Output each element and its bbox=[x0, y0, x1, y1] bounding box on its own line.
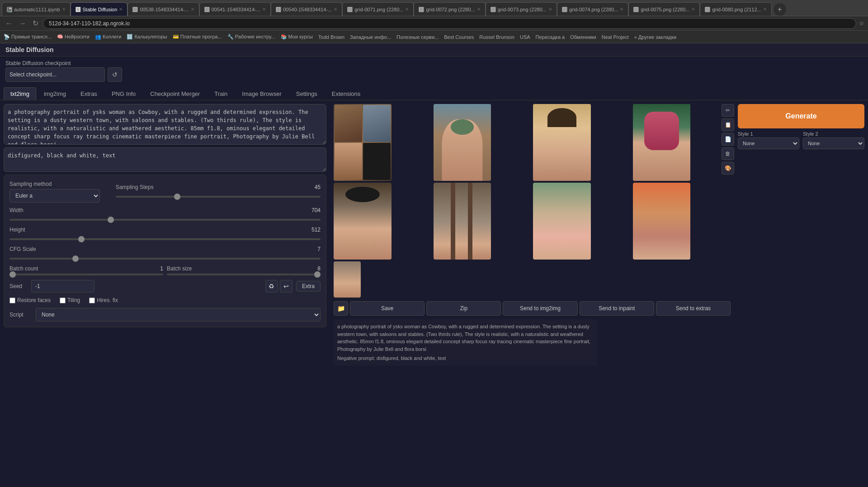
tab-extensions[interactable]: Extensions bbox=[325, 87, 368, 100]
tab-img2[interactable]: 🖼 00541-1548334414-... ✕ bbox=[199, 2, 271, 16]
tab-close-grid3[interactable]: ✕ bbox=[548, 7, 552, 12]
send-to-inpaint-button[interactable]: Send to inpaint bbox=[580, 301, 654, 316]
refresh-btn[interactable]: ↻ bbox=[31, 17, 40, 29]
restore-faces-input[interactable] bbox=[9, 298, 15, 303]
tab-close-grid5[interactable]: ✕ bbox=[691, 7, 695, 12]
tab-png-info[interactable]: PNG Info bbox=[105, 87, 142, 100]
tab-close-img3[interactable]: ✕ bbox=[334, 7, 337, 12]
bookmark-promo[interactable]: 📡 Прямые трансл... bbox=[4, 34, 52, 40]
tab-close-grid6[interactable]: ✕ bbox=[763, 7, 767, 12]
height-slider[interactable] bbox=[9, 238, 321, 240]
bookmark-courses[interactable]: 📚 Мои курсы bbox=[281, 34, 313, 40]
tab-checkpoint-merger[interactable]: Checkpoint Merger bbox=[143, 87, 207, 100]
zip-button[interactable]: Zip bbox=[426, 301, 501, 316]
bookmark-western[interactable]: Западные инфо... bbox=[350, 34, 391, 40]
checkpoint-select[interactable]: Select checkpoint... bbox=[5, 67, 105, 82]
hires-fix-input[interactable] bbox=[89, 298, 95, 303]
reload-checkpoint-btn[interactable]: ↺ bbox=[108, 67, 122, 82]
seed-input[interactable]: -1 bbox=[31, 280, 94, 293]
prompt-icon-delete[interactable]: 🗑 bbox=[722, 147, 734, 160]
bookmark-neal[interactable]: Neal Project bbox=[602, 34, 629, 40]
image-cell-1[interactable] bbox=[434, 104, 491, 181]
restore-faces-checkbox[interactable]: Restore faces bbox=[9, 297, 51, 303]
tab-grid1[interactable]: 🖼 grid-0071.png (2280... ✕ bbox=[342, 2, 414, 16]
image-cell-5[interactable] bbox=[434, 183, 491, 260]
tab-close-grid4[interactable]: ✕ bbox=[620, 7, 623, 12]
tab-image-browser[interactable]: Image Browser bbox=[235, 87, 288, 100]
send-to-img2img-button[interactable]: Send to img2img bbox=[503, 301, 577, 316]
tab-grid6[interactable]: 🖼 grid-0080.png (2112... ✕ bbox=[700, 2, 771, 16]
script-select[interactable]: None bbox=[36, 308, 321, 322]
batch-count-slider[interactable] bbox=[9, 274, 163, 275]
bookmark-todd[interactable]: Todd Brown bbox=[318, 34, 344, 40]
prompt-icon-style[interactable]: 🎨 bbox=[722, 162, 734, 175]
tab-train[interactable]: Train bbox=[208, 87, 234, 100]
cfg-scale-slider[interactable] bbox=[9, 258, 321, 260]
image-cell-2[interactable] bbox=[533, 104, 591, 181]
sampling-steps-slider[interactable] bbox=[116, 196, 321, 198]
image-cell-grid[interactable] bbox=[334, 104, 392, 181]
image-cell-3[interactable] bbox=[633, 104, 691, 181]
hires-fix-checkbox[interactable]: Hires. fix bbox=[89, 297, 118, 303]
address-input[interactable] bbox=[43, 18, 856, 29]
seed-reset-btn[interactable]: ♻ bbox=[265, 280, 278, 293]
send-to-extras-button[interactable]: Send to extras bbox=[656, 301, 731, 316]
extra-btn[interactable]: Extra bbox=[296, 281, 321, 292]
bookmark-peresadka[interactable]: Пересадка а bbox=[536, 34, 565, 40]
bookmark-obmenniki[interactable]: Обменники bbox=[570, 34, 596, 40]
prompt-icon-edit[interactable]: ✏ bbox=[722, 104, 734, 117]
folder-icon-btn[interactable]: 📁 bbox=[334, 301, 348, 316]
bookmark-bestcourses[interactable]: Best Courses bbox=[444, 34, 474, 40]
tab-close[interactable]: ✕ bbox=[62, 7, 66, 12]
bookmark-useful[interactable]: Полезные серви... bbox=[396, 34, 439, 40]
tab-stable-diffusion[interactable]: 🖼 Stable Diffusion ✕ bbox=[71, 2, 128, 16]
bookmark-usa[interactable]: USA bbox=[520, 34, 530, 40]
tab-close-grid1[interactable]: ✕ bbox=[405, 7, 409, 12]
style1-select[interactable]: None bbox=[738, 137, 799, 149]
tab-close-img2[interactable]: ✕ bbox=[262, 7, 266, 12]
tab-close-sd[interactable]: ✕ bbox=[119, 7, 123, 12]
image-cell-8[interactable] bbox=[334, 261, 361, 298]
batch-size-slider[interactable] bbox=[167, 274, 321, 275]
tab-grid5[interactable]: 🖼 grid-0075.png (2280... ✕ bbox=[628, 2, 700, 16]
bookmark-paid[interactable]: 💳 Платные програ... bbox=[173, 34, 222, 40]
negative-prompt[interactable]: disfigured, black and white, text bbox=[4, 147, 326, 172]
new-tab-btn[interactable]: + bbox=[774, 3, 786, 16]
tab-settings[interactable]: Settings bbox=[289, 87, 324, 100]
generate-button[interactable]: Generate bbox=[738, 104, 864, 128]
bookmark-work[interactable]: 🔧 Рабочие инстру... bbox=[227, 34, 275, 40]
back-btn[interactable]: ← bbox=[4, 18, 14, 29]
tab-grid4[interactable]: 🖼 grid-0074.png (2280... ✕ bbox=[557, 2, 628, 16]
tiling-input[interactable] bbox=[60, 298, 66, 303]
image-cell-7[interactable] bbox=[633, 183, 691, 260]
save-button[interactable]: Save bbox=[350, 301, 425, 316]
bookmark-icon[interactable]: ☆ bbox=[859, 20, 864, 27]
tab-img1[interactable]: 🖼 00538-1548334414-... ✕ bbox=[127, 2, 199, 16]
tab-close-img1[interactable]: ✕ bbox=[191, 7, 194, 12]
tab-img3[interactable]: 🖼 00540-1548334414-... ✕ bbox=[271, 2, 342, 16]
prompt-icon-paste[interactable]: 📋 bbox=[722, 118, 734, 131]
tiling-checkbox[interactable]: Tiling bbox=[60, 297, 80, 303]
seed-reuse-btn[interactable]: ↩ bbox=[280, 280, 292, 293]
bookmark-calc[interactable]: 🔢 Калькуляторы bbox=[127, 34, 167, 40]
positive-prompt[interactable]: a photography portrait of ysks woman as … bbox=[4, 104, 326, 145]
tab-label-img1: 00538-1548334414-... bbox=[140, 7, 189, 12]
prompt-icon-copy[interactable]: 📄 bbox=[722, 133, 734, 146]
bookmark-neuro[interactable]: 🧠 Нейросети bbox=[57, 34, 90, 40]
sampling-method-select[interactable]: Euler a bbox=[9, 189, 100, 203]
tab-img2img[interactable]: img2img bbox=[37, 87, 73, 100]
image-cell-6[interactable] bbox=[533, 183, 591, 260]
image-cell-4[interactable] bbox=[334, 183, 392, 260]
bookmark-russel[interactable]: Russel Brunson bbox=[479, 34, 514, 40]
tab-automatic[interactable]: 📓 automatic1111.ipynb ✕ bbox=[2, 2, 71, 16]
bookmark-kolegi[interactable]: 👥 Коллеги bbox=[95, 34, 121, 40]
tab-close-grid2[interactable]: ✕ bbox=[477, 7, 481, 12]
tab-txt2img[interactable]: txt2img bbox=[4, 87, 36, 100]
tab-extras[interactable]: Extras bbox=[74, 87, 104, 100]
bookmark-others[interactable]: » Другие закладки bbox=[634, 34, 676, 40]
tab-grid3[interactable]: 🖼 grid-0073.png (2280... ✕ bbox=[486, 2, 557, 16]
forward-btn[interactable]: → bbox=[17, 18, 28, 29]
width-slider[interactable] bbox=[9, 219, 321, 221]
style2-select[interactable]: None bbox=[803, 137, 864, 149]
tab-grid2[interactable]: 🖼 grid-0072.png (2280... ✕ bbox=[414, 2, 485, 16]
